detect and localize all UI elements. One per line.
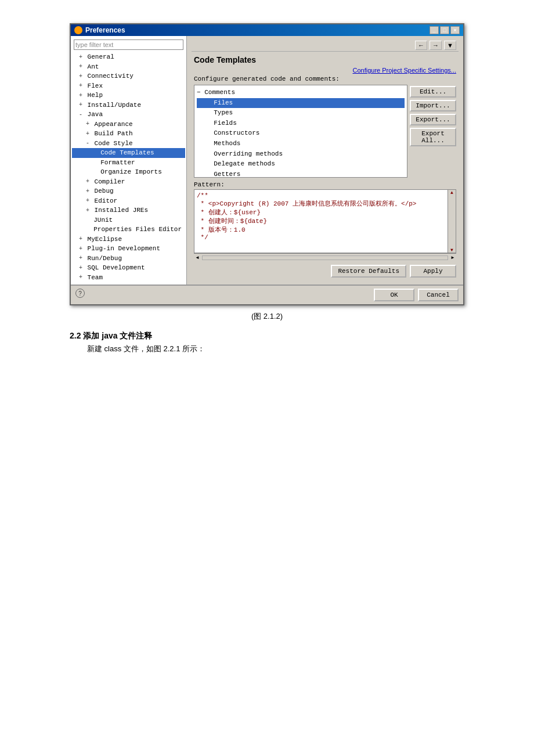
close-button[interactable]: × — [450, 26, 460, 34]
tree-item-help[interactable]: + Help — [72, 91, 185, 100]
tree-item-junit[interactable]: JUnit — [72, 215, 185, 225]
dialog-content: + General + Ant + Connectivity + Flex + … — [71, 36, 463, 285]
help-icon[interactable]: ? — [75, 289, 85, 298]
toolbar: ← → ▼ — [192, 39, 459, 52]
dialog-title: Preferences — [85, 26, 125, 34]
tree-item-build-path[interactable]: + Build Path — [72, 129, 185, 139]
expand-myeclipse-icon: + — [79, 235, 82, 243]
dialog-body: + General + Ant + Connectivity + Flex + … — [71, 36, 463, 304]
tree-list-delegate-methods[interactable]: Delegate methods — [197, 159, 405, 170]
tree-item-properties-files-editor[interactable]: Properties Files Editor — [72, 225, 185, 235]
minimize-button[interactable]: _ — [430, 26, 439, 34]
scroll-left-arrow[interactable]: ◄ — [194, 255, 201, 260]
main-area: − Comments Files Types Fields — [194, 85, 456, 178]
titlebar-left: Preferences — [74, 26, 125, 34]
tree-item-appearance[interactable]: + Appearance — [72, 120, 185, 129]
expand-general-icon: + — [79, 53, 82, 62]
pattern-line-5: * 版本号：1.0 — [197, 225, 453, 234]
ok-button[interactable]: OK — [374, 289, 414, 301]
tree-list-getters[interactable]: Getters — [197, 170, 405, 178]
restore-defaults-button[interactable]: Restore Defaults — [331, 265, 406, 278]
horizontal-scrollbar[interactable]: ◄ ► — [194, 253, 456, 261]
tree-item-install-update[interactable]: + Install/Update — [72, 100, 185, 110]
expand-install-update-icon: + — [79, 100, 82, 109]
scroll-down-arrow[interactable]: ▼ — [448, 247, 456, 253]
edit-button[interactable]: Edit... — [410, 86, 456, 98]
tree-list-constructors[interactable]: Constructors — [197, 128, 405, 139]
expand-build-path-icon: + — [86, 129, 89, 138]
pattern-box[interactable]: /** * <p>Copyright (R) 2007 上海康时信息系统有限公司… — [194, 189, 456, 253]
tree-item-code-style[interactable]: - Code Style — [72, 139, 185, 149]
expand-debug-icon: + — [86, 187, 89, 196]
expand-compiler-icon: + — [86, 177, 89, 186]
import-button[interactable]: Import... — [410, 100, 456, 111]
vertical-scrollbar[interactable]: ▲ ▼ — [448, 190, 456, 253]
tree-item-general[interactable]: + General — [72, 52, 185, 62]
pattern-label: Pattern: — [194, 181, 456, 188]
configure-project-specific-link[interactable]: Configure Project Specific Settings... — [194, 67, 456, 74]
templates-tree-list[interactable]: − Comments Files Types Fields — [194, 85, 407, 178]
more-button[interactable]: ▼ — [444, 41, 456, 50]
left-tree-panel: + General + Ant + Connectivity + Flex + … — [71, 36, 187, 285]
tree-item-formatter[interactable]: Formatter — [72, 158, 185, 168]
panel-title: Code Templates — [194, 55, 456, 64]
figure-caption: (图 2.1.2) — [251, 311, 283, 322]
scroll-up-arrow[interactable]: ▲ — [448, 190, 456, 195]
expand-run-debug-icon: + — [79, 254, 82, 262]
tree-list-methods[interactable]: Methods — [197, 139, 405, 149]
tree-item-compiler[interactable]: + Compiler — [72, 177, 185, 187]
tree-item-organize-imports[interactable]: Organize Imports — [72, 167, 185, 177]
tree-list-types[interactable]: Types — [197, 108, 405, 118]
expand-flex-icon: + — [79, 81, 82, 90]
tree-item-debug[interactable]: + Debug — [72, 186, 185, 196]
pattern-section: Pattern: /** * <p>Copyright (R) 2007 上海康… — [194, 181, 456, 261]
export-all-button[interactable]: Export All... — [410, 128, 456, 146]
tree-item-code-templates[interactable]: Code Templates — [72, 148, 185, 158]
tree-list-files[interactable]: Files — [197, 98, 405, 109]
expand-code-style-icon: - — [86, 139, 89, 147]
tree-item-ant[interactable]: + Ant — [72, 62, 185, 72]
tree-item-connectivity[interactable]: + Connectivity — [72, 71, 185, 81]
tree-item-run-debug[interactable]: + Run/Debug — [72, 254, 185, 264]
expand-plugin-dev-icon: + — [79, 244, 82, 253]
right-panel: ← → ▼ Code Templates Configure Project S… — [187, 36, 463, 285]
forward-button[interactable]: → — [430, 41, 442, 50]
maximize-button[interactable]: □ — [440, 26, 449, 34]
expand-ant-icon: + — [79, 62, 82, 71]
pattern-line-4: * 创建时间：${date} — [197, 217, 453, 225]
dialog-titlebar: Preferences _ □ × — [71, 24, 463, 36]
preferences-dialog: Preferences _ □ × + General + Ant — [70, 23, 464, 305]
pattern-line-2: * <p>Copyright (R) 2007 上海康时信息系统有限公司版权所有… — [197, 199, 453, 208]
cancel-button[interactable]: Cancel — [418, 289, 459, 301]
tree-item-java[interactable]: - Java — [72, 110, 185, 120]
back-button[interactable]: ← — [415, 41, 427, 50]
tree-item-myeclipse[interactable]: + MyEclipse — [72, 235, 185, 244]
tree-list-comments[interactable]: − Comments — [197, 88, 405, 98]
tree-item-sql-development[interactable]: + SQL Development — [72, 263, 185, 273]
pattern-line-6: */ — [197, 234, 453, 241]
tree-list-fields[interactable]: Fields — [197, 118, 405, 129]
expand-team-icon: + — [79, 273, 82, 282]
pattern-line-1: /** — [197, 192, 453, 199]
restore-apply-area: Restore Defaults Apply — [194, 265, 456, 278]
tree-item-flex[interactable]: + Flex — [72, 81, 185, 91]
expand-connectivity-icon: + — [79, 72, 82, 81]
section-body: 新建 class 文件，如图 2.2.1 所示： — [87, 344, 464, 354]
preferences-icon — [74, 26, 82, 34]
expand-comments-icon: − — [197, 88, 204, 98]
action-buttons: Edit... Import... Export... Export All..… — [410, 85, 456, 178]
export-button[interactable]: Export... — [410, 114, 456, 125]
titlebar-controls: _ □ × — [430, 26, 460, 34]
expand-editor-icon: + — [86, 196, 89, 205]
tree-item-plugin-development[interactable]: + Plug-in Development — [72, 244, 185, 254]
tree-item-installed-jres[interactable]: + Installed JREs — [72, 206, 185, 215]
expand-installed-jres-icon: + — [86, 206, 89, 215]
section-heading: 2.2 添加 java 文件注释 — [70, 331, 464, 341]
tree-list-overriding-methods[interactable]: Overriding methods — [197, 149, 405, 160]
tree-item-editor[interactable]: + Editor — [72, 196, 185, 206]
filter-input[interactable] — [74, 39, 183, 50]
apply-button[interactable]: Apply — [410, 265, 456, 278]
scroll-right-arrow[interactable]: ► — [449, 255, 456, 260]
tree-item-team[interactable]: + Team — [72, 273, 185, 283]
dialog-bottom-bar: ? OK Cancel — [71, 285, 463, 304]
